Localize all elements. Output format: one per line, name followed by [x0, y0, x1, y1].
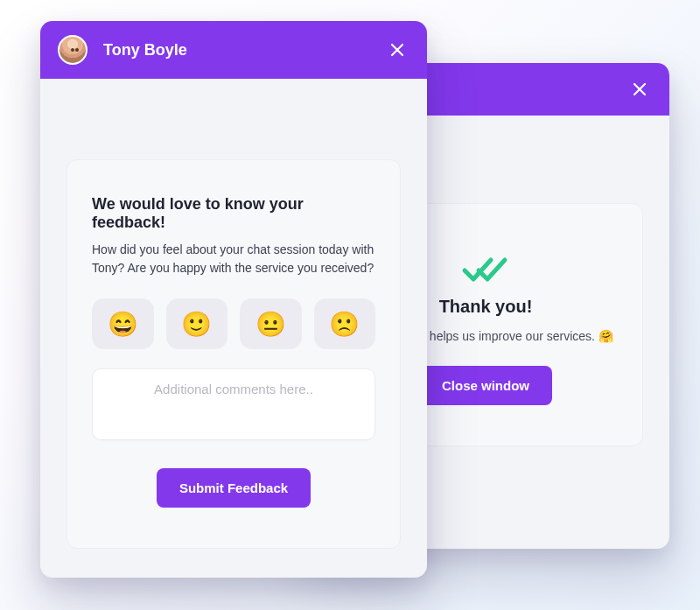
- rating-great[interactable]: 😄: [92, 298, 154, 349]
- feedback-title: We would love to know your feedback!: [92, 195, 375, 232]
- rating-good[interactable]: 🙂: [166, 298, 228, 349]
- close-window-button[interactable]: Close window: [419, 366, 552, 405]
- feedback-subtitle: How did you feel about your chat session…: [92, 241, 375, 277]
- feedback-window: Tony Boyle We would love to know your fe…: [40, 21, 427, 578]
- feedback-close-button[interactable]: [385, 38, 410, 62]
- feedback-card: We would love to know your feedback! How…: [66, 159, 401, 549]
- close-icon: [390, 43, 404, 57]
- agent-name: Tony Boyle: [103, 41, 385, 60]
- rating-neutral[interactable]: 😐: [240, 298, 302, 349]
- submit-feedback-button[interactable]: Submit Feedback: [157, 468, 311, 508]
- close-icon: [633, 82, 647, 96]
- feedback-body: We would love to know your feedback! How…: [40, 79, 427, 578]
- agent-avatar: [58, 35, 88, 65]
- thankyou-close-button[interactable]: [627, 77, 652, 102]
- rating-row: 😄 🙂 😐 🙁: [92, 298, 375, 349]
- rating-bad[interactable]: 🙁: [314, 298, 376, 349]
- comments-input[interactable]: [92, 368, 375, 440]
- feedback-header: Tony Boyle: [40, 21, 427, 79]
